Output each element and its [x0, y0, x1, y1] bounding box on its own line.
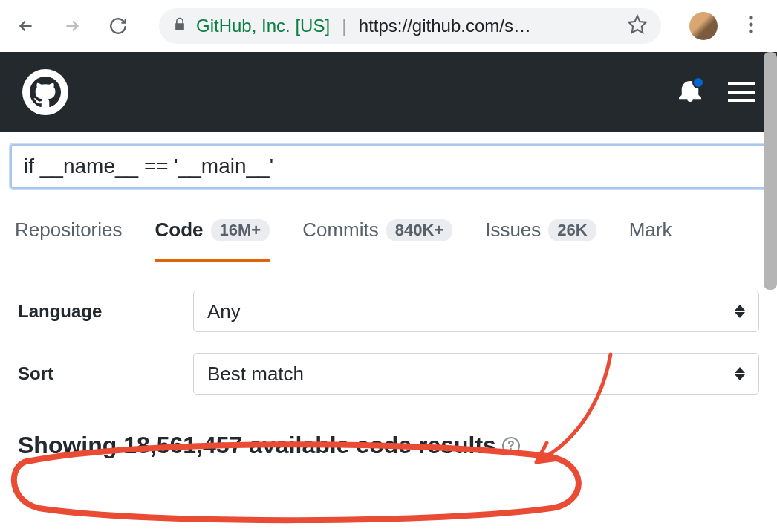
svg-point-1: [749, 22, 752, 26]
avatar[interactable]: [689, 12, 718, 40]
tab-badge: 840K+: [386, 219, 452, 241]
tab-label: Commits: [302, 218, 379, 241]
tab-label: Repositories: [15, 218, 123, 241]
filters: Language Any Sort Best match: [0, 262, 777, 395]
notification-dot-icon: [692, 77, 704, 88]
tab-issues[interactable]: Issues 26K: [485, 218, 596, 259]
reload-button[interactable]: [105, 13, 131, 39]
menu-button[interactable]: [728, 82, 755, 102]
address-bar[interactable]: GitHub, Inc. [US] | https://github.com/s…: [159, 8, 661, 44]
svg-point-2: [749, 30, 752, 33]
svg-point-0: [749, 16, 752, 19]
select-caret-icon: [735, 367, 745, 380]
github-logo[interactable]: [22, 69, 68, 115]
more-menu-button[interactable]: [738, 14, 764, 38]
notifications-button[interactable]: [679, 80, 701, 105]
tab-marketplace[interactable]: Mark: [629, 218, 672, 259]
sort-select[interactable]: Best match: [193, 353, 759, 395]
search-tabs: Repositories Code 16M+ Commits 840K+ Iss…: [0, 189, 777, 262]
language-select[interactable]: Any: [193, 291, 759, 332]
forward-button[interactable]: [59, 13, 85, 39]
back-button[interactable]: [13, 13, 39, 39]
tab-code[interactable]: Code 16M+: [155, 218, 270, 262]
tab-badge: 16M+: [211, 219, 270, 241]
url-text: https://github.com/s…: [359, 16, 531, 36]
star-icon[interactable]: [627, 14, 648, 38]
tab-repositories[interactable]: Repositories: [15, 218, 123, 259]
tab-label: Issues: [485, 218, 541, 241]
scrollbar[interactable]: [764, 52, 777, 290]
select-value: Best match: [207, 363, 304, 386]
tab-label: Mark: [629, 218, 672, 241]
sort-label: Sort: [18, 363, 193, 384]
lock-icon: [172, 17, 187, 35]
results-heading: Showing 18,561,457 available code result…: [0, 415, 777, 459]
help-icon[interactable]: ?: [502, 437, 520, 455]
select-caret-icon: [735, 305, 745, 318]
language-label: Language: [18, 301, 193, 322]
github-header: [0, 52, 777, 132]
tab-label: Code: [155, 218, 204, 241]
results-text: Showing 18,561,457 available code result…: [18, 432, 496, 459]
browser-toolbar: GitHub, Inc. [US] | https://github.com/s…: [0, 0, 777, 52]
search-container: [0, 132, 777, 189]
tab-commits[interactable]: Commits 840K+: [302, 218, 452, 259]
tab-badge: 26K: [548, 219, 596, 241]
search-input[interactable]: [10, 144, 767, 189]
select-value: Any: [207, 300, 241, 323]
url-divider: |: [342, 15, 347, 38]
url-company: GitHub, Inc. [US]: [196, 16, 330, 36]
